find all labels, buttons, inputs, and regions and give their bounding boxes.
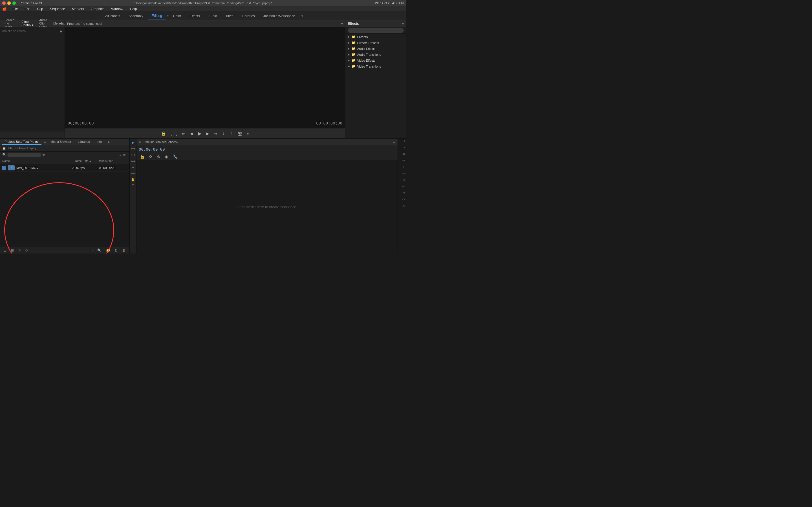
project-menu-icon[interactable]: ≡ <box>44 140 46 144</box>
effects-panel: Effects ≡ ▶ 📁 Presets ▶ 📁 Lumetri Preset… <box>345 20 406 138</box>
export-frame-button[interactable]: 📷 <box>236 130 243 137</box>
nav-effects[interactable]: Effects <box>186 13 204 19</box>
tool-select[interactable]: ▶ <box>130 140 136 145</box>
nav-titles[interactable]: Titles <box>221 13 238 19</box>
effects-title: Effects <box>348 22 359 25</box>
tab-project[interactable]: Project: Beta Test Project <box>2 139 42 145</box>
tool-ripple-edit[interactable]: ⟷ <box>130 152 136 158</box>
nav-audio[interactable]: Audio <box>204 13 221 19</box>
meter-36db: -36 <box>402 179 405 181</box>
slider-icon[interactable]: ⊙ <box>17 248 22 252</box>
timeline-close-icon[interactable]: ✕ <box>139 140 141 144</box>
overwrite-button[interactable]: ⤒ <box>229 130 234 137</box>
mark-out-button[interactable]: } <box>175 130 179 137</box>
timeline-toolbar: 🔒 ⟳ ⊕ ◆ 🔧 <box>137 153 398 160</box>
step-forward-button[interactable]: ▶ <box>205 130 210 137</box>
menu-markers[interactable]: Markers <box>71 6 85 11</box>
folder-icon-video-transitions: 📁 <box>352 64 356 68</box>
go-to-out-button[interactable]: ⇥ <box>213 130 218 137</box>
timeline-marker-button[interactable]: ◆ <box>164 153 169 160</box>
effects-item-video-transitions[interactable]: ▶ 📁 Video Transitions <box>345 63 406 69</box>
meter-48db: -48 <box>402 191 405 194</box>
maximize-button[interactable] <box>12 1 16 5</box>
timeline-linked-button[interactable]: ⟳ <box>148 153 154 160</box>
clear-button[interactable]: 🗑 <box>121 248 127 253</box>
play-button[interactable]: ▶ <box>197 129 203 138</box>
tab-libraries[interactable]: Libraries <box>75 139 92 145</box>
tool-slip[interactable]: ⟷ <box>130 171 136 176</box>
tab-info[interactable]: Info <box>94 139 104 145</box>
nav-assembly[interactable]: Assembly <box>124 13 147 19</box>
effects-item-audio-effects[interactable]: ▶ 📁 Audio Effects <box>345 46 406 52</box>
effects-menu-icon[interactable]: ≡ <box>402 21 404 25</box>
chevron-right-icon-audio-trans: ▶ <box>348 53 350 56</box>
step-back-button[interactable]: ◀ <box>189 130 194 137</box>
auto-match-button[interactable]: ⋯ <box>88 248 94 253</box>
project-search-input[interactable] <box>7 153 41 157</box>
col-header-name[interactable]: Name <box>2 159 73 163</box>
tool-rolling-edit[interactable]: ⟺ <box>130 158 136 164</box>
effects-item-lumetri[interactable]: ▶ 📁 Lumetri Presets <box>345 40 406 46</box>
minimize-button[interactable] <box>7 1 11 5</box>
search-button[interactable]: 🔍 <box>96 248 103 253</box>
mark-in-button[interactable]: { <box>169 130 173 137</box>
tab-media-browser[interactable]: Media Browser <box>48 139 73 145</box>
table-row[interactable]: ▶ MVI_0013.MOV 29.97 fps 00:00:00:00 <box>0 164 130 172</box>
timeline-settings-button[interactable]: 🔧 <box>171 153 179 160</box>
new-item-button[interactable]: 🗒 <box>114 248 119 253</box>
col-header-framerate[interactable]: Frame Rate ▲ <box>73 159 99 163</box>
nav-jacinda[interactable]: Jacinda's Workspace <box>259 13 299 19</box>
nav-libraries[interactable]: Libraries <box>238 13 259 19</box>
timeline-add-track-button[interactable]: ⊕ <box>156 153 161 160</box>
tool-track-select[interactable]: ⟺ <box>130 146 136 152</box>
menu-sequence[interactable]: Sequence <box>49 6 66 11</box>
expand-button[interactable]: ▶ <box>60 29 62 33</box>
col-header-mediastart[interactable]: Media Start <box>99 159 127 163</box>
tool-razor[interactable]: ✂ <box>130 165 136 170</box>
nav-all-panels[interactable]: All Panels <box>101 13 124 19</box>
effects-item-presets[interactable]: ▶ 📁 Presets <box>345 34 406 40</box>
nav-editing[interactable]: Editing <box>148 13 166 19</box>
add-marker-button[interactable]: 🔒 <box>160 130 167 137</box>
window-controls[interactable]: Premiere Pro CC <box>2 1 43 5</box>
effects-item-audio-transitions[interactable]: ▶ 📁 Audio Transitions <box>345 52 406 57</box>
add-button[interactable]: + <box>246 130 250 137</box>
timeline-menu-icon[interactable]: ≡ <box>393 140 395 144</box>
timeline-snap-button[interactable]: 🔒 <box>139 153 146 160</box>
tool-pen[interactable]: ✋ <box>130 177 136 182</box>
chevron-right-icon: ▶ <box>348 35 350 38</box>
menu-graphics[interactable]: Graphics <box>90 6 105 11</box>
tool-hand[interactable]: T <box>130 183 136 189</box>
list-view-button[interactable]: ☰ <box>2 248 8 253</box>
timeline-header: ✕ Timeline: (no sequences) ≡ <box>137 138 398 145</box>
project-panel-header: Project: Beta Test Project ≡ Media Brows… <box>0 138 130 145</box>
editing-menu-icon[interactable]: ≡ <box>167 14 168 18</box>
menu-clip[interactable]: Clip <box>36 6 44 11</box>
menu-edit[interactable]: Edit <box>23 6 32 11</box>
project-more-icon[interactable]: » <box>106 139 112 145</box>
source-content-area: (no clip selected) ▶ <box>0 27 64 131</box>
nav-more[interactable]: » <box>300 13 305 19</box>
effects-search-input[interactable] <box>348 28 404 33</box>
insert-button[interactable]: ⤓ <box>220 130 226 137</box>
go-to-in-button[interactable]: ⇤ <box>181 130 187 137</box>
program-monitor-menu[interactable]: ≡ <box>341 21 343 25</box>
chevron-right-icon-lumetri: ▶ <box>348 41 350 44</box>
menu-file[interactable]: File <box>11 6 19 11</box>
table-header: Name Frame Rate ▲ Media Start <box>0 158 130 164</box>
effects-list: ▶ 📁 Presets ▶ 📁 Lumetri Presets ▶ 📁 Audi… <box>345 34 406 138</box>
nav-color[interactable]: Color <box>169 13 185 19</box>
icon-view-button[interactable]: ⊞ <box>10 248 15 253</box>
find-button[interactable]: ⊕ <box>42 153 45 157</box>
close-button[interactable] <box>2 1 6 5</box>
file-color-icon <box>2 166 6 170</box>
folder-icon-lumetri: 📁 <box>352 41 356 45</box>
freeform-button[interactable]: ◇ <box>24 248 29 253</box>
menu-window[interactable]: Window <box>110 6 124 11</box>
timeline-timecode-display: 00;00;00;00 <box>139 147 165 152</box>
new-bin-button[interactable]: 📁 <box>105 248 111 253</box>
tab-effect-controls[interactable]: Effect Controls <box>19 19 35 28</box>
menu-help[interactable]: Help <box>129 6 138 11</box>
effects-item-video-effects[interactable]: ▶ 📁 Video Effects <box>345 57 406 63</box>
source-panel: Source: (no clips) Effect Controls Audio… <box>0 20 65 138</box>
